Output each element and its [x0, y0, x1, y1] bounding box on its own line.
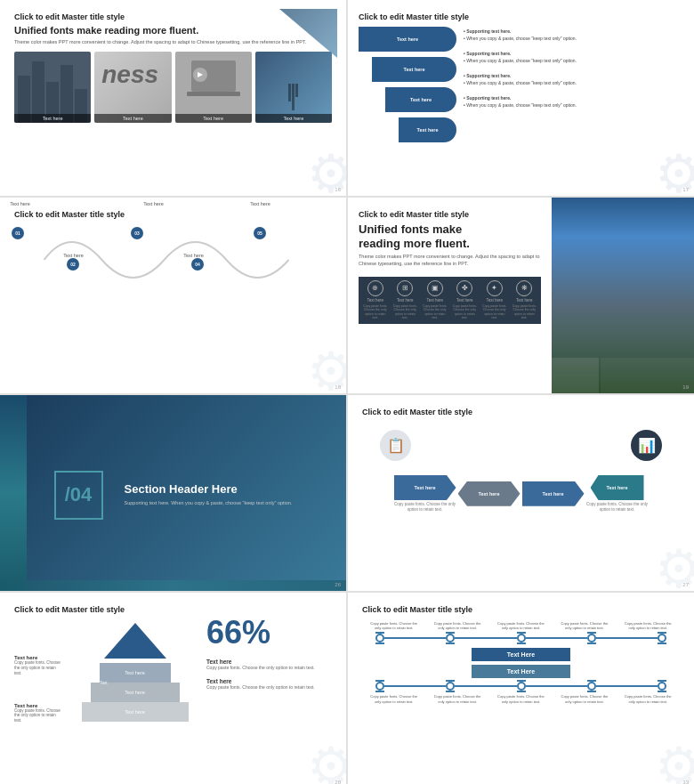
top-icons-row: 📋 📊 [380, 430, 662, 466]
icon-item-3: ▣ Text here Copy paste fonts. Choose the… [422, 280, 448, 320]
photo-3-label: Text here [175, 114, 252, 123]
slide-4-number: 19 [682, 384, 689, 390]
photo-1: Text here [14, 52, 91, 123]
wave-label-top-5: Text here [240, 201, 280, 206]
center-label-2: Text Here [472, 665, 570, 678]
timeline-bottom-row [362, 680, 680, 692]
wave-svg [0, 215, 346, 287]
icon-1-label: Text here [367, 298, 383, 303]
slide-1: ⚙ Click to edit Master title style Unifi… [0, 0, 346, 196]
bullet-1-sub: When you copy & paste, choose "keep text… [466, 36, 577, 41]
icon-6-desc: Copy paste fonts. Choose the only option… [512, 304, 538, 320]
icon-6-label: Text here [516, 298, 533, 303]
wave-dot-3: 03 [131, 227, 143, 239]
tl-bot-5: Copy paste fonts. Choose the only option… [624, 694, 673, 703]
section-header-text: Section Header Here [125, 482, 293, 496]
icon-1-desc: Copy paste fonts. Choose the only option… [362, 304, 389, 320]
text-block-1: Text here Copy paste fonts. Choose the o… [206, 659, 332, 671]
tl-node-3 [517, 632, 526, 644]
wave-label-top-1: Text here [0, 201, 40, 206]
slide-7-number: 28 [335, 780, 341, 784]
tl-line-3 [526, 637, 587, 639]
icon-2-desc: Copy paste fonts. Choose the only option… [392, 304, 419, 320]
slide-6: ⚙ Click to edit Master title style 📋 📊 T… [348, 395, 694, 591]
funnel-1-label: Text here [397, 36, 418, 42]
slide-5-number: 26 [335, 582, 341, 587]
icon-3-desc: Copy paste fonts. Choose the only option… [422, 304, 448, 320]
tl-line-1 [384, 637, 446, 639]
arrow-flow: Text here Copy paste fonts. Choose the o… [362, 475, 680, 513]
slide-4-left: Click to edit Master title style Unified… [348, 198, 552, 393]
tl-top-2: Copy paste fonts. Choose the only option… [433, 621, 482, 630]
icon-row: ⊕ Text here Copy paste fonts. Choose the… [359, 277, 541, 324]
slide-3: ⚙ Click to edit Master title style Text … [0, 198, 346, 393]
slide-8: ⚙ Click to edit Master title style Copy … [348, 593, 694, 784]
tl-top-4: Copy paste fonts. Choose the only option… [560, 621, 609, 630]
funnel-area: Text here Text here Text here Text here … [359, 27, 683, 142]
tl-line-2 [455, 637, 516, 639]
photo-row: Text here ness Text here ▶ Text here Tex… [14, 52, 332, 123]
tl-node-b5 [658, 680, 666, 692]
tl-line-b2 [455, 685, 516, 687]
tl-bot-4: Copy paste fonts. Choose the only option… [560, 694, 609, 703]
section-text-area: Section Header Here Supporting text here… [125, 482, 293, 506]
tl-bot-1: Copy paste fonts. Choose the only option… [369, 694, 418, 703]
slide-1-body: Theme color makes PPT more convenient to… [14, 39, 332, 46]
bullet-col: • Supporting text here. • When you copy … [464, 27, 683, 109]
icon-2-label: Text here [397, 298, 414, 303]
photo-4-label: Text here [255, 114, 332, 123]
slide-8-title: Click to edit Master title style [362, 605, 680, 614]
flow-item-3: Text here [522, 481, 585, 506]
percent-display: 66% [206, 614, 332, 651]
tl-line-4 [596, 637, 658, 639]
flow-item-2: Text here [458, 481, 520, 506]
funnel-3-label: Text here [410, 97, 432, 102]
slide-2-title: Click to edit Master title style [359, 12, 683, 21]
arr-desc-4: Copy paste fonts. Choose the only option… [586, 502, 649, 513]
left-lbl-2: Text here Copy paste fonts. Choose the o… [14, 703, 63, 724]
center-label-1: Text Here [472, 648, 570, 661]
tl-node-5 [658, 632, 666, 644]
wave-dot-4: 04 [191, 258, 204, 271]
tl-line-b1 [384, 685, 446, 687]
photo-2-label: Text here [94, 114, 171, 123]
funnel-1: Text here [359, 27, 456, 52]
funnel-4: Text here [399, 117, 456, 142]
slide-6-title: Click to edit Master title style [362, 408, 680, 416]
pyramid-area: Text here Copy paste fonts. Choose the o… [14, 619, 332, 723]
bullet-2-main: Supporting text here. [466, 51, 511, 56]
center-row-2: Text Here [362, 665, 680, 678]
bullet-3-main: Supporting text here. [466, 73, 511, 78]
wave-dot-5: 05 [254, 227, 266, 239]
icon-3: ▣ [427, 280, 443, 296]
slide-2: ⚙ Click to edit Master title style Text … [348, 0, 694, 196]
bullet-3-sub: When you copy & paste, choose "keep text… [466, 80, 577, 85]
icon-item-5: ✦ Text here Copy paste fonts. Choose the… [481, 280, 508, 320]
photo-1-label: Text here [14, 114, 91, 123]
tl-top-5: Copy paste fonts. Choose the only option… [624, 621, 673, 630]
photo-4: Text here [255, 52, 332, 123]
left-lbl-1: Text here Copy paste fonts. Choose the o… [14, 655, 63, 676]
tl-bot-3: Copy paste fonts. Choose the only option… [496, 694, 545, 703]
section-content: /04 Section Header Here Supporting text … [54, 471, 293, 520]
slide-7: ⚙ Click to edit Master title style Text … [0, 593, 346, 784]
icon-right: 📊 [631, 430, 662, 461]
funnel-2-label: Text here [403, 67, 424, 72]
icon-item-6: ❋ Text here Copy paste fonts. Choose the… [512, 280, 538, 320]
bullet-2: • Supporting text here. • When you copy … [464, 51, 683, 64]
wave-dot-1: 01 [12, 227, 24, 239]
tl-line-b4 [596, 685, 658, 687]
slide-4-body: Theme color makes PPT more convenient to… [359, 254, 541, 267]
icon-3-label: Text here [426, 298, 443, 303]
icon-left: 📋 [380, 430, 411, 461]
slide-8-number: 33 [682, 780, 689, 784]
flow-item-4: Text here Copy paste fonts. Choose the o… [586, 475, 649, 513]
side-accent [0, 395, 27, 591]
tri-label-top: Text [82, 681, 126, 685]
slide-1-title: Click to edit Master title style [14, 12, 332, 21]
bullet-3: • Supporting text here. • When you copy … [464, 73, 683, 86]
timeline-bottom-labels: Copy paste fonts. Choose the only option… [362, 694, 680, 703]
bullet-2-sub: When you copy & paste, choose "keep text… [466, 58, 577, 63]
rect-4: Text here [82, 702, 189, 722]
center-row-1: Text Here [362, 648, 680, 661]
